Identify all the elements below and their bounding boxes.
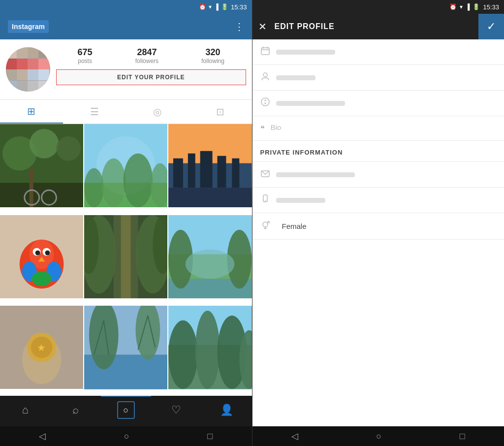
stats-area: 675 posts 2847 followers 320 following E… (56, 47, 246, 85)
bio-icon: ❝ (260, 124, 265, 133)
name-field-content (276, 50, 497, 55)
svg-point-29 (35, 250, 40, 255)
photo-3[interactable] (168, 124, 252, 207)
svg-point-78 (263, 222, 268, 227)
avatar-pixel (28, 47, 38, 58)
status-bar-right: ⏰ ▾ ▐ 🔋 15:33 (252, 0, 504, 14)
avatar-pixel (28, 59, 38, 69)
avatar (6, 47, 50, 92)
avatar-pixel (6, 81, 17, 92)
avatar-pixel (38, 69, 49, 80)
avatar-pixel (17, 59, 28, 69)
name-field[interactable] (252, 39, 504, 65)
photo-5[interactable] (84, 215, 167, 298)
tab-list[interactable]: ☰ (63, 100, 126, 124)
svg-point-63 (168, 320, 198, 389)
back-button-left[interactable]: ◁ (39, 431, 46, 442)
bio-placeholder: Bio (271, 123, 282, 131)
name-placeholder-bar (276, 50, 335, 55)
svg-point-71 (263, 73, 267, 77)
home-button-left[interactable]: ○ (124, 431, 129, 442)
signal-icon: ▐ (214, 3, 219, 10)
svg-point-47 (186, 249, 235, 279)
avatar-pixel (17, 81, 28, 92)
recent-button-right[interactable]: □ (460, 431, 465, 442)
phone-field[interactable] (252, 188, 504, 213)
left-panel: ⏰ ▾ ▐ 🔋 15:33 Instagram ⋮ (0, 0, 252, 446)
gender-field[interactable]: Female (252, 213, 504, 240)
android-nav-left: ◁ ○ □ (0, 426, 252, 446)
photo-9[interactable] (168, 306, 252, 389)
photo-2[interactable] (84, 124, 167, 207)
website-field[interactable] (252, 91, 504, 116)
close-button[interactable]: ✕ (258, 21, 267, 32)
photo-7[interactable]: ★ (0, 306, 83, 389)
nav-home[interactable]: ⌂ (0, 396, 50, 424)
right-panel: ⏰ ▾ ▐ 🔋 15:33 ✕ EDIT PROFILE ✓ (252, 0, 504, 446)
stats-row: 675 posts 2847 followers 320 following (56, 47, 246, 64)
status-icons-left: ⏰ ▾ ▐ 🔋 15:33 (199, 3, 247, 11)
avatar-pixel (28, 69, 38, 80)
photo-1[interactable] (0, 124, 83, 207)
alarm-icon: ⏰ (199, 3, 206, 10)
list-icon: ☰ (90, 106, 99, 118)
svg-rect-67 (261, 48, 269, 55)
svg-rect-23 (168, 188, 252, 207)
followers-label: followers (135, 58, 158, 64)
svg-rect-19 (188, 154, 195, 188)
nav-camera[interactable]: ○ (101, 396, 151, 424)
edit-profile-button[interactable]: EDIT YOUR PROFILE (56, 69, 246, 85)
location-icon: ◎ (153, 106, 161, 118)
tagged-icon: ⊡ (216, 106, 224, 118)
profile-section: 675 posts 2847 followers 320 following E… (0, 39, 252, 99)
avatar-pixel (28, 81, 38, 92)
more-menu-icon[interactable]: ⋮ (234, 21, 244, 32)
home-icon: ⌂ (22, 404, 29, 416)
nav-activity[interactable]: ♡ (151, 396, 201, 424)
tab-tagged[interactable]: ⊡ (189, 100, 252, 124)
svg-rect-21 (218, 156, 226, 188)
tab-location[interactable]: ◎ (126, 100, 189, 124)
recent-button-left[interactable]: □ (207, 431, 213, 442)
time-left: 15:33 (231, 3, 247, 11)
username-field[interactable] (252, 65, 504, 91)
edit-form: ❝ Bio PRIVATE INFORMATION (252, 39, 504, 426)
avatar-pixel (6, 69, 17, 80)
phone-placeholder-bar (276, 198, 325, 203)
wifi-icon-right: ▾ (460, 3, 463, 10)
photo-6[interactable] (168, 215, 252, 298)
home-button-right[interactable]: ○ (376, 431, 381, 442)
save-check-button[interactable]: ✓ (478, 14, 504, 39)
stat-followers: 2847 followers (135, 47, 158, 64)
calendar-icon (260, 46, 276, 58)
svg-point-3 (56, 136, 81, 161)
email-field-content (276, 172, 497, 177)
battery-icon-right: 🔋 (472, 3, 480, 10)
avatar-pixel (17, 47, 28, 58)
followers-count: 2847 (137, 47, 157, 58)
svg-rect-41 (121, 215, 131, 298)
nav-search[interactable]: ⌕ (50, 396, 100, 424)
photo-4[interactable] (0, 215, 83, 298)
back-button-right[interactable]: ◁ (291, 431, 298, 442)
photo-8[interactable] (84, 306, 167, 389)
svg-rect-5 (30, 168, 33, 208)
svg-point-77 (265, 200, 266, 201)
grid-icon: ⊞ (27, 105, 35, 117)
email-field[interactable] (252, 162, 504, 188)
tab-grid[interactable]: ⊞ (0, 100, 63, 124)
username-placeholder-bar (276, 75, 315, 80)
svg-point-34 (32, 271, 52, 286)
heart-icon: ♡ (171, 404, 181, 416)
nav-profile[interactable]: 👤 (201, 396, 252, 424)
phone-icon (260, 194, 276, 206)
photo-grid: ★ (0, 124, 252, 396)
profile-icon: 👤 (220, 404, 233, 416)
signal-icon-right: ▐ (466, 3, 470, 10)
bottom-nav: ⌂ ⌕ ○ ♡ 👤 (0, 396, 252, 426)
compass-icon (260, 97, 276, 109)
bio-field[interactable]: ❝ Bio (252, 116, 504, 141)
stat-following: 320 following (201, 47, 224, 64)
svg-rect-20 (200, 151, 213, 188)
svg-point-64 (195, 311, 220, 389)
